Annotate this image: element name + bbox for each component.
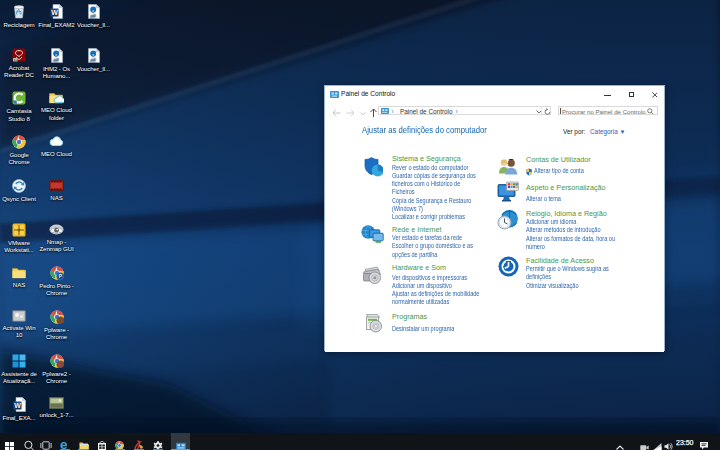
svg-text:pdf: pdf bbox=[53, 57, 58, 61]
svg-text:W: W bbox=[14, 402, 21, 409]
svg-text:P: P bbox=[58, 274, 61, 279]
svg-text:pdf: pdf bbox=[90, 57, 95, 61]
svg-text:W: W bbox=[51, 9, 58, 16]
svg-text:pdf: pdf bbox=[90, 14, 95, 18]
svg-text:23:50: 23:50 bbox=[676, 439, 694, 446]
